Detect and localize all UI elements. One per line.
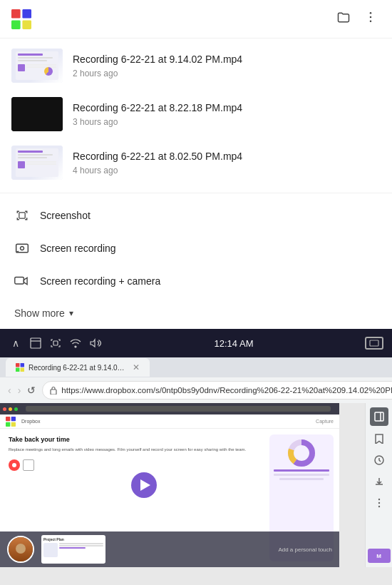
svg-point-33: [378, 506, 379, 507]
chevron-down-icon: ▾: [69, 308, 73, 318]
recording-thumbnail: [11, 49, 63, 83]
sidebar-more-button[interactable]: [371, 494, 388, 512]
svg-rect-22: [11, 417, 16, 421]
svg-point-9: [21, 247, 24, 250]
svg-point-31: [378, 499, 379, 500]
recording-item[interactable]: Recording 6-22-21 at 9.14.02 PM.mp4 2 ho…: [0, 41, 392, 90]
taskbar-right: [365, 337, 383, 350]
inner-page-subtitle: Replace meetings and long emails with vi…: [9, 447, 255, 453]
svg-rect-19: [21, 368, 24, 372]
sidebar-history-button[interactable]: [371, 452, 388, 469]
browser-content-area: Dropbox Capture Take back your time Repl…: [0, 403, 392, 567]
inner-icons-row: [9, 459, 255, 471]
tray-popup: Recording 6-22-21 at 9.14.02 PM.mp4 2 ho…: [0, 0, 392, 329]
show-more-button[interactable]: Show more ▾: [0, 300, 392, 329]
more-options-button[interactable]: [361, 9, 381, 29]
show-more-label: Show more: [14, 307, 65, 319]
speaker-avatar: [7, 536, 34, 563]
header-icons: [334, 9, 381, 29]
divider: [0, 193, 392, 193]
svg-rect-21: [6, 417, 10, 421]
back-button[interactable]: ‹: [6, 383, 14, 397]
popup-header: [0, 0, 392, 39]
recording-thumbnail: [11, 97, 63, 131]
video-bottom-bar: Project Plan Add a personal touch: [0, 531, 339, 567]
video-content: Dropbox Capture Take back your time Repl…: [0, 403, 339, 567]
inner-nav-link: Capture: [316, 419, 334, 424]
browser-video-area: Dropbox Capture Take back your time Repl…: [0, 403, 339, 567]
sidebar-bookmark-button[interactable]: [371, 430, 388, 447]
svg-rect-15: [370, 340, 378, 346]
recording-time: 3 hours ago: [73, 117, 381, 127]
donut-chart: [287, 439, 316, 467]
recording-time: 4 hours ago: [73, 166, 381, 176]
taskbar-show-hidden-icon[interactable]: ∧: [9, 336, 23, 350]
svg-rect-3: [22, 20, 31, 29]
recording-name: Recording 6-22-21 at 8.02.50 PM.mp4: [73, 150, 381, 163]
svg-rect-10: [15, 278, 24, 284]
svg-rect-18: [16, 368, 19, 372]
tab-close-button[interactable]: ✕: [133, 362, 140, 372]
page-layout: Recording 6-22-21 at 9.14.02 PM.mp4 2 ho…: [0, 0, 392, 585]
inner-browser-chrome: [0, 403, 339, 414]
svg-rect-20: [51, 390, 56, 395]
screen-recording-icon: [14, 240, 30, 256]
recording-time: 2 hours ago: [73, 68, 381, 78]
inner-navbar: Dropbox Capture: [0, 414, 339, 429]
lock-icon: [50, 386, 57, 395]
recording-name: Recording 6-22-21 at 8.22.18 PM.mp4: [73, 101, 381, 114]
project-plan-label: Project Plan: [43, 537, 103, 541]
inner-page-title: Take back your time: [9, 436, 255, 443]
address-text: https://www.dropbox.com/s/0ntp0bs9y0dnv/…: [61, 386, 392, 395]
recording-item[interactable]: Recording 6-22-21 at 8.22.18 PM.mp4 3 ho…: [0, 90, 392, 138]
browser-active-tab[interactable]: Recording 6-22-21 at 9.14.02 PM.mp4 ✕: [6, 358, 150, 377]
forward-button[interactable]: ›: [16, 383, 24, 397]
screen-recording-camera-menu-item[interactable]: Screen recording + camera: [0, 265, 392, 297]
menu-items: Screenshot Screen recording: [0, 196, 392, 300]
address-bar[interactable]: https://www.dropbox.com/s/0ntp0bs9y0dnv/…: [42, 381, 392, 400]
svg-point-14: [75, 346, 76, 347]
inner-rec-icon: [9, 459, 20, 471]
svg-rect-1: [22, 9, 31, 19]
dropbox-logo: [11, 9, 31, 29]
screen-recording-camera-icon: [14, 273, 30, 289]
play-button[interactable]: [131, 472, 157, 498]
browser-nav-buttons: ‹ › ↺: [6, 383, 38, 397]
svg-point-32: [378, 502, 379, 504]
recordings-list: Recording 6-22-21 at 9.14.02 PM.mp4 2 ho…: [0, 39, 392, 190]
tab-title: Recording 6-22-21 at 9.14.02 PM.mp4: [29, 364, 128, 372]
browser-window: Recording 6-22-21 at 9.14.02 PM.mp4 ✕ ‹ …: [0, 357, 392, 567]
screenshot-menu-item[interactable]: Screenshot: [0, 199, 392, 232]
inner-cam-icon: [23, 459, 34, 471]
reload-button[interactable]: ↺: [25, 383, 38, 397]
browser-toolbar: ‹ › ↺ https://www.dropbox.com/s/0ntp0bs9…: [0, 377, 392, 403]
taskbar-window-icon[interactable]: [29, 336, 43, 350]
taskbar-left: ∧: [9, 336, 103, 350]
sidebar-panel-button[interactable]: [370, 407, 388, 426]
svg-rect-13: [53, 341, 58, 345]
taskbar-network-icon[interactable]: [68, 336, 83, 350]
sidebar-download-button[interactable]: [371, 473, 388, 490]
svg-rect-23: [6, 422, 10, 426]
svg-point-4: [370, 12, 372, 14]
screen-recording-label: Screen recording: [40, 243, 116, 254]
recording-item[interactable]: Recording 6-22-21 at 8.02.50 PM.mp4 4 ho…: [0, 138, 392, 187]
recording-name: Recording 6-22-21 at 9.14.02 PM.mp4: [73, 53, 381, 66]
screenshot-label: Screenshot: [40, 210, 91, 221]
capture-panel-button[interactable]: M: [368, 549, 391, 563]
taskbar: ∧: [0, 329, 392, 357]
inner-dropbox-logo: [6, 417, 16, 427]
taskbar-chat-icon[interactable]: [365, 337, 383, 350]
screenshot-icon: [14, 208, 30, 223]
recording-info: Recording 6-22-21 at 8.22.18 PM.mp4 3 ho…: [73, 101, 381, 126]
taskbar-time: 12:14 AM: [215, 338, 254, 349]
folder-button[interactable]: [334, 9, 354, 29]
play-button-area: [131, 472, 157, 498]
taskbar-volume-icon[interactable]: [88, 336, 103, 350]
screen-recording-menu-item[interactable]: Screen recording: [0, 232, 392, 265]
svg-point-6: [370, 21, 372, 23]
svg-rect-2: [11, 20, 21, 29]
browser-sidebar: M: [365, 403, 392, 567]
svg-rect-16: [16, 363, 19, 367]
taskbar-screenshot-icon[interactable]: [48, 336, 63, 350]
